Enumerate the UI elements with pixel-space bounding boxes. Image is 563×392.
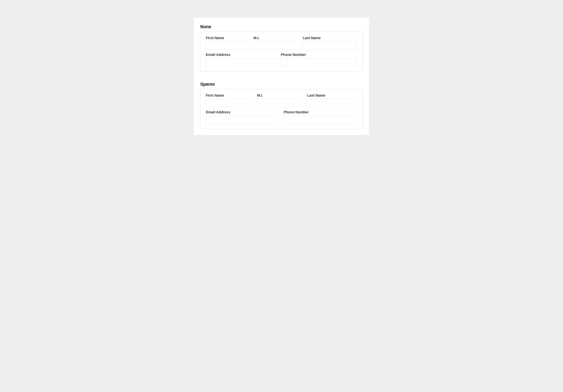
row-name-sparse: First Name M.I. Last Name — [206, 93, 357, 107]
label-mi-sparse: M.I. — [256, 93, 301, 99]
row-contact-none: Email Address Phone Number — [206, 52, 357, 66]
last-name-input-sparse[interactable] — [306, 99, 357, 107]
label-first-name-none: First Name — [206, 35, 254, 41]
field-email-none: Email Address — [206, 52, 281, 66]
field-phone-sparse: Phone Number — [283, 109, 357, 124]
label-first-name-sparse: First Name — [206, 93, 251, 99]
label-last-name-sparse: Last Name — [306, 93, 357, 99]
label-phone-none: Phone Number — [281, 52, 357, 58]
email-input-none[interactable] — [206, 58, 281, 67]
last-name-input-none[interactable] — [303, 41, 357, 50]
form-panel-sparse: First Name M.I. Last Name Email Address … — [200, 89, 363, 129]
form-panel-none: First Name M.I. Last Name Email Address … — [200, 32, 363, 72]
first-name-input-sparse[interactable] — [206, 99, 251, 107]
label-email-none: Email Address — [206, 52, 281, 58]
row-name-none: First Name M.I. Last Name — [206, 35, 357, 50]
label-last-name-none: Last Name — [303, 35, 357, 41]
mi-input-sparse[interactable] — [256, 99, 301, 107]
field-last-name-sparse: Last Name — [306, 93, 357, 107]
field-first-name-none: First Name — [206, 35, 254, 50]
section-title-none: None — [200, 24, 363, 29]
field-phone-none: Phone Number — [281, 52, 357, 66]
label-email-sparse: Email Address — [206, 109, 278, 116]
phone-input-none[interactable] — [281, 58, 357, 67]
email-input-sparse[interactable] — [206, 116, 278, 124]
phone-input-sparse[interactable] — [283, 116, 357, 124]
field-last-name-none: Last Name — [303, 35, 357, 50]
label-phone-sparse: Phone Number — [283, 109, 357, 116]
label-mi-none: M.I. — [254, 35, 303, 41]
field-mi-sparse: M.I. — [256, 93, 301, 107]
first-name-input-none[interactable] — [206, 41, 254, 50]
row-contact-sparse: Email Address Phone Number — [206, 109, 357, 124]
section-title-sparse: Sparse — [200, 82, 363, 87]
field-email-sparse: Email Address — [206, 109, 278, 124]
field-mi-none: M.I. — [254, 35, 303, 50]
field-first-name-sparse: First Name — [206, 93, 251, 107]
mi-input-none[interactable] — [254, 41, 303, 50]
card: None First Name M.I. Last Name Email Add… — [194, 18, 369, 135]
